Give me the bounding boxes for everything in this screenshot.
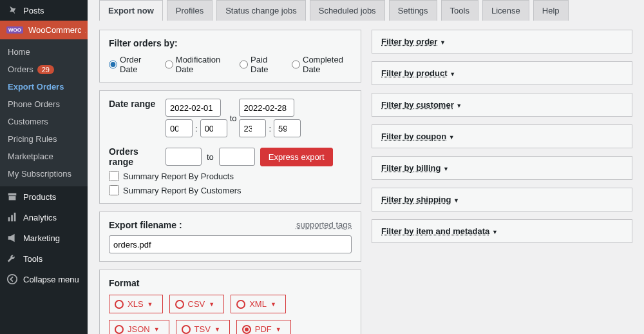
wrench-icon — [6, 253, 18, 264]
radio-completed-date[interactable]: Completed Date — [292, 55, 352, 74]
from-minute-input[interactable] — [200, 119, 227, 137]
from-date-input[interactable] — [166, 99, 221, 117]
sidebar-item-products[interactable]: Products — [0, 186, 88, 207]
caret-down-icon: ▼ — [450, 71, 455, 77]
radio-label: Paid Date — [251, 55, 280, 74]
radio-paid-date[interactable]: Paid Date — [240, 55, 280, 74]
accordion-label: Filter by customer — [381, 100, 454, 110]
sidebar-item-label: Marketing — [23, 233, 60, 243]
sidebar-sub-phone-orders[interactable]: Phone Orders — [0, 95, 88, 113]
radio-modification-date-input[interactable] — [165, 59, 173, 70]
sidebar-sub-orders[interactable]: Orders29 — [0, 61, 88, 78]
accordion-filter-shipping[interactable]: Filter by shipping ▼ — [372, 188, 632, 211]
radio-completed-date-input[interactable] — [292, 59, 300, 70]
caret-down-icon: ▼ — [209, 301, 214, 308]
radio-icon — [115, 325, 124, 334]
format-panel: Format XLS▼ CSV▼ XML▼ JSON▼ TSV▼ PDF▼ HT… — [99, 270, 361, 334]
sidebar-item-label: Collapse menu — [23, 275, 79, 284]
sidebar-sub-marketplace[interactable]: Marketplace — [0, 148, 88, 165]
caret-down-icon: ▼ — [440, 39, 446, 46]
sidebar-sub-label: Export Orders — [8, 82, 64, 92]
tab-license[interactable]: License — [482, 0, 529, 21]
summary-products-checkbox[interactable] — [109, 171, 119, 181]
checkbox-label: Summary Report By Products — [123, 172, 234, 181]
format-xls-button[interactable]: XLS▼ — [109, 295, 163, 313]
tab-status-change-jobs[interactable]: Status change jobs — [216, 0, 306, 21]
svg-rect-2 — [8, 217, 10, 221]
svg-rect-1 — [9, 196, 16, 200]
sidebar-sub-export-orders[interactable]: Export Orders — [0, 78, 88, 95]
accordion-filter-customer[interactable]: Filter by customer ▼ — [372, 93, 632, 117]
radio-modification-date[interactable]: Modification Date — [165, 55, 228, 74]
radio-order-date[interactable]: Order Date — [109, 55, 153, 74]
sidebar-sub-customers[interactable]: Customers — [0, 113, 88, 130]
date-range-label: Date range — [109, 99, 160, 109]
sidebar-collapse-menu[interactable]: Collapse menu — [0, 269, 88, 290]
caret-down-icon: ▼ — [147, 301, 153, 308]
pin-icon — [6, 5, 18, 16]
format-xml-button[interactable]: XML▼ — [231, 295, 286, 313]
sidebar-item-analytics[interactable]: Analytics — [0, 207, 88, 228]
to-minute-input[interactable] — [274, 119, 301, 137]
sidebar-item-label: Tools — [23, 254, 43, 264]
accordion-label: Filter by shipping — [381, 195, 451, 204]
sidebar-sub-label: Customers — [8, 117, 48, 126]
bar-chart-icon — [6, 211, 18, 223]
accordion-filter-product[interactable]: Filter by product ▼ — [372, 61, 632, 85]
tab-scheduled-jobs[interactable]: Scheduled jobs — [310, 0, 385, 21]
radio-order-date-input[interactable] — [109, 59, 117, 70]
caret-down-icon: ▼ — [492, 229, 498, 235]
accordion-filter-order[interactable]: Filter by order ▼ — [372, 30, 632, 54]
format-tsv-button[interactable]: TSV▼ — [176, 320, 230, 334]
sidebar-sub-pricing-rules[interactable]: Pricing Rules — [0, 130, 88, 148]
radio-label: Completed Date — [303, 55, 352, 74]
tab-export-now[interactable]: Export now — [99, 0, 163, 21]
orders-to-input[interactable] — [219, 148, 255, 166]
format-label: TSV — [194, 324, 211, 334]
format-label: PDF — [255, 324, 272, 334]
export-filename-panel: Export filename : supported tags — [99, 211, 361, 262]
format-csv-button[interactable]: CSV▼ — [169, 295, 225, 313]
from-hour-input[interactable] — [166, 119, 193, 137]
svg-rect-0 — [8, 193, 17, 196]
to-hour-input[interactable] — [239, 119, 266, 137]
accordion-filter-billing[interactable]: Filter by billing ▼ — [372, 156, 632, 180]
orders-from-input[interactable] — [166, 148, 202, 166]
sidebar-item-marketing[interactable]: Marketing — [0, 228, 88, 248]
filter-orders-panel: Filter orders by: Order Date Modificatio… — [99, 30, 361, 83]
radio-icon — [242, 325, 251, 334]
accordion-filter-coupon[interactable]: Filter by coupon ▼ — [372, 124, 632, 148]
archive-icon — [6, 191, 18, 202]
time-colon: : — [269, 124, 271, 133]
to-date-input[interactable] — [239, 99, 294, 117]
tab-settings[interactable]: Settings — [389, 0, 437, 21]
svg-rect-3 — [11, 215, 13, 221]
checkbox-label: Summary Report By Customers — [123, 186, 242, 195]
sidebar-item-tools[interactable]: Tools — [0, 248, 88, 269]
sidebar-sub-home[interactable]: Home — [0, 43, 88, 61]
format-json-button[interactable]: JSON▼ — [109, 320, 169, 334]
tab-tools[interactable]: Tools — [441, 0, 478, 21]
sidebar-item-posts[interactable]: Posts — [0, 0, 88, 21]
caret-down-icon: ▼ — [154, 326, 160, 333]
sidebar-sub-label: Phone Orders — [8, 99, 60, 109]
radio-paid-date-input[interactable] — [240, 59, 248, 70]
radio-icon — [115, 300, 124, 309]
sidebar-item-woocommerce[interactable]: WOO WooCommerce — [0, 21, 88, 39]
orders-count-badge: 29 — [37, 65, 54, 74]
accordion-filter-item-metadata[interactable]: Filter by item and metadata ▼ — [372, 219, 632, 243]
sidebar-sub-label: My Subscriptions — [8, 169, 71, 179]
format-pdf-button[interactable]: PDF▼ — [236, 320, 291, 334]
sidebar-sub-subscriptions[interactable]: My Subscriptions — [0, 165, 88, 182]
express-export-button[interactable]: Express export — [260, 148, 333, 166]
supported-tags-link[interactable]: supported tags — [296, 220, 352, 230]
accordion-label: Filter by product — [381, 68, 448, 78]
orders-range-label: Orders range — [109, 146, 160, 167]
format-title: Format — [109, 278, 352, 288]
tab-help[interactable]: Help — [533, 0, 569, 21]
caret-down-icon: ▼ — [276, 326, 281, 333]
format-label: CSV — [188, 299, 205, 309]
export-filename-input[interactable] — [109, 235, 352, 253]
summary-customers-checkbox[interactable] — [109, 185, 119, 195]
tab-profiles[interactable]: Profiles — [167, 0, 213, 21]
